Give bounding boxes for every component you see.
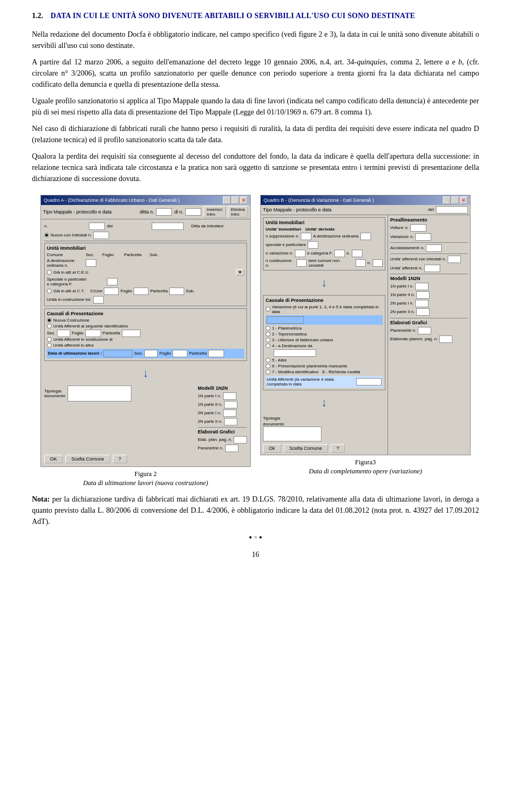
- dest-label: 4 - a Destinazione da: [272, 343, 312, 348]
- ua-intest-input[interactable]: [448, 256, 461, 263]
- radio-nuovo[interactable]: [44, 233, 49, 237]
- costruzione-tot[interactable]: [93, 296, 104, 304]
- elab-plan-row: Elab. plan. pag. n.: [198, 436, 248, 444]
- speciale-n[interactable]: [107, 278, 118, 285]
- del-input-3[interactable]: [436, 206, 468, 214]
- n-input[interactable]: [89, 223, 105, 230]
- parametri-input[interactable]: [225, 445, 238, 452]
- maximize-btn-3[interactable]: □: [451, 196, 459, 204]
- intestati-n-input[interactable]: [93, 232, 109, 239]
- volture-input[interactable]: [410, 224, 426, 232]
- scelta-comune-btn-2[interactable]: Scelta Comune: [65, 455, 110, 463]
- dest-ord-n[interactable]: [86, 259, 96, 267]
- ct-particella-input[interactable]: [169, 288, 184, 295]
- elimina-btn[interactable]: EliminaIntro: [228, 206, 248, 218]
- sfp-row: Sez. Foglio Particella: [47, 330, 244, 337]
- figure-3-block: Quadro B - (Denuncia di Variazione - Dat…: [260, 195, 471, 488]
- radio-ua3[interactable]: [47, 343, 52, 348]
- data-ult-input[interactable]: [103, 350, 133, 357]
- sez-input2[interactable]: [144, 350, 158, 357]
- m1n-p1-3-input[interactable]: [415, 283, 428, 290]
- ua-n: n.: [419, 266, 423, 270]
- ct-comune-input[interactable]: [104, 288, 119, 295]
- sep-preallin: [390, 242, 468, 243]
- maximize-btn-2[interactable]: □: [232, 196, 239, 204]
- sfp-sez-input[interactable]: [57, 330, 70, 337]
- cost-input[interactable]: [296, 259, 307, 267]
- sfp-foglio-input[interactable]: [85, 330, 101, 337]
- cat-f-input[interactable]: [334, 250, 345, 257]
- elab-plan-3-input[interactable]: [439, 335, 452, 343]
- foglio-input2[interactable]: [172, 350, 187, 357]
- radio-altre[interactable]: [266, 358, 270, 363]
- radio-ua[interactable]: [47, 324, 52, 329]
- sfp-part-input[interactable]: [122, 330, 141, 337]
- radio-var1[interactable]: [266, 307, 270, 311]
- radio-dest[interactable]: [266, 343, 270, 348]
- ua-input[interactable]: [424, 265, 440, 272]
- minimize-btn-3[interactable]: _: [443, 196, 450, 204]
- del-input[interactable]: [152, 223, 184, 230]
- ua-3-input[interactable]: [356, 378, 382, 386]
- n3-label: n.: [347, 251, 350, 256]
- dest-input-3[interactable]: [274, 349, 316, 357]
- m1n-p1-input[interactable]: [223, 392, 236, 400]
- variazioni-input[interactable]: [415, 233, 431, 241]
- planimetrie-input[interactable]: [418, 327, 431, 334]
- spec-3-input[interactable]: [308, 241, 318, 249]
- insert-btn[interactable]: InserisciIntro: [203, 206, 225, 218]
- toolbar-label-3: Tipo Mappale - protocollo e data: [263, 207, 332, 212]
- tipo-doc-input-3[interactable]: [263, 426, 322, 441]
- gia-ceu-row: Già in atti al C.E.U. ▼: [47, 269, 244, 276]
- ok-btn-3[interactable]: Ok: [263, 444, 281, 453]
- scelta-comune-btn-3[interactable]: Scelta Comune: [284, 444, 328, 453]
- m2n-p2-input[interactable]: [224, 418, 237, 425]
- ct-foglio-input[interactable]: [134, 288, 149, 295]
- radio-ct-label: Già in atti al C.T.: [53, 289, 85, 293]
- data-comp-input[interactable]: [267, 316, 304, 324]
- sopp-input[interactable]: [301, 233, 311, 240]
- m2n-p1-input[interactable]: [223, 409, 236, 417]
- close-btn-2[interactable]: ×: [240, 196, 248, 204]
- ct-sub-label: Particella: [150, 289, 168, 293]
- close-btn-3[interactable]: ×: [460, 196, 467, 204]
- radio-ult[interactable]: [266, 338, 270, 342]
- dialog-3-body: Unità Immobiliari Unità' immobiliari Uni…: [261, 215, 470, 455]
- paragraph-2: A partire dal 12 marzo 2006, a seguito d…: [32, 56, 479, 90]
- col-sez: Sez.: [86, 252, 101, 257]
- radio-ceu[interactable]: [47, 270, 52, 275]
- tipologia-input[interactable]: [68, 386, 131, 401]
- col-particella: Particella: [124, 252, 148, 257]
- toolbar-ditta-input[interactable]: [156, 208, 172, 216]
- radio-plan[interactable]: [266, 326, 270, 331]
- part-input2[interactable]: [208, 350, 224, 357]
- ua-row: Unità' afferenti n.: [390, 265, 468, 272]
- m2n-p2-3-input[interactable]: [416, 308, 430, 316]
- ceu-btn[interactable]: ▼: [236, 269, 244, 276]
- dest-ord-3-input[interactable]: [360, 233, 371, 240]
- radio-nc[interactable]: [47, 318, 52, 323]
- radio-ct[interactable]: [47, 289, 52, 293]
- m2n-p1-3-input[interactable]: [415, 300, 428, 307]
- help-btn-3[interactable]: ?: [331, 444, 345, 453]
- accat-input[interactable]: [426, 244, 442, 252]
- volture-label: Volture: [390, 225, 403, 230]
- minimize-btn-2[interactable]: _: [223, 196, 230, 204]
- m1n-p2-input[interactable]: [224, 401, 237, 408]
- radio-mod[interactable]: [266, 370, 270, 374]
- beni-n-input[interactable]: [373, 259, 383, 267]
- beni-input[interactable]: [356, 259, 366, 267]
- m1n-p2-3-input[interactable]: [416, 291, 430, 299]
- ok-btn-2[interactable]: OK: [44, 455, 63, 463]
- elab-plan-input[interactable]: [234, 436, 247, 444]
- radio-topo[interactable]: [266, 332, 270, 337]
- n3-input[interactable]: [352, 250, 362, 257]
- tipologia-row: Tipologiadocumento: [44, 386, 193, 401]
- radio-pres[interactable]: [266, 364, 270, 368]
- help-btn-2[interactable]: ?: [113, 455, 127, 463]
- toolbar-di-input[interactable]: [185, 208, 201, 216]
- var-input[interactable]: [295, 250, 306, 257]
- paragraph-3: Uguale profilo sanzionatorio si applica …: [32, 95, 479, 118]
- sfp-sez: Sez.: [47, 331, 55, 335]
- radio-ua2[interactable]: [47, 337, 52, 342]
